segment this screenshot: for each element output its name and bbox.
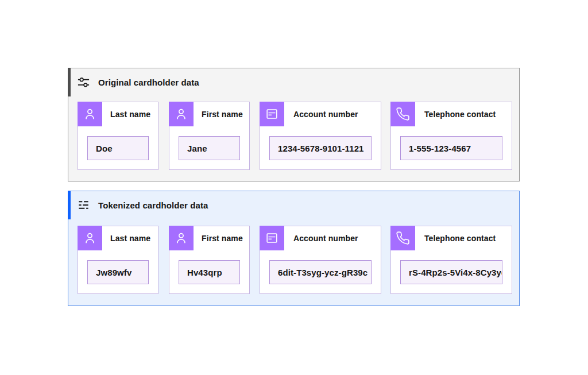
icon-badge: [390, 226, 415, 250]
card-account-number: Account number 1234-5678-9101-1121: [260, 102, 381, 170]
icon-badge: [390, 102, 415, 126]
settings-adjust-icon: [77, 76, 90, 89]
field-value: rS-4Rp2s-5Vi4x-8Cy3yq: [409, 268, 502, 277]
card-last-name: Last name Jw89wfv: [78, 226, 158, 294]
tokenized-lines-icon: [77, 199, 90, 212]
card-first-name: First name Jane: [169, 102, 250, 170]
field-label: Telephone contact: [424, 102, 496, 126]
field-value: Hv43qrp: [187, 268, 222, 277]
tokenization-illustration: Original cardholder data Last name Doe: [0, 0, 588, 375]
account-card-icon: [265, 107, 279, 121]
card-last-name: Last name Doe: [78, 102, 158, 170]
field-label: Account number: [293, 226, 358, 250]
field-value-box: 1234-5678-9101-1121: [269, 136, 372, 160]
field-value-box: Jane: [179, 136, 240, 160]
field-value: 1234-5678-9101-1121: [278, 144, 364, 153]
field-value-box: 6dit-T3syg-ycz-gR39c: [269, 260, 372, 284]
icon-badge: [78, 102, 102, 126]
panel-header: Tokenized cardholder data: [68, 191, 208, 219]
person-icon: [174, 107, 188, 121]
field-label: Telephone contact: [424, 226, 496, 250]
field-label: First name: [202, 102, 243, 126]
field-value: Jw89wfv: [96, 268, 131, 277]
field-value-box: rS-4Rp2s-5Vi4x-8Cy3yq: [400, 260, 502, 284]
field-label: Account number: [293, 102, 358, 126]
panel-header: Original cardholder data: [68, 68, 199, 96]
icon-badge: [260, 102, 284, 126]
field-value-box: Jw89wfv: [87, 260, 149, 284]
icon-badge: [169, 102, 194, 126]
phone-icon: [396, 231, 410, 245]
card-first-name: First name Hv43qrp: [169, 226, 250, 294]
account-card-icon: [265, 231, 279, 245]
icon-badge: [260, 226, 284, 250]
panel-title: Original cardholder data: [98, 78, 199, 87]
field-value: 6dit-T3syg-ycz-gR39c: [278, 268, 368, 277]
field-value: Doe: [96, 144, 113, 153]
person-icon: [83, 231, 97, 245]
person-icon: [83, 107, 97, 121]
field-value-box: 1-555-123-4567: [400, 136, 502, 160]
phone-icon: [396, 107, 410, 121]
card-telephone-contact: Telephone contact rS-4Rp2s-5Vi4x-8Cy3yq: [390, 226, 512, 294]
panel-title: Tokenized cardholder data: [98, 200, 208, 210]
field-label: Last name: [110, 102, 150, 126]
card-telephone-contact: Telephone contact 1-555-123-4567: [390, 102, 512, 170]
icon-badge: [78, 226, 102, 250]
person-icon: [174, 231, 188, 245]
card-account-number: Account number 6dit-T3syg-ycz-gR39c: [260, 226, 381, 294]
field-value-box: Doe: [87, 136, 149, 160]
field-label: Last name: [110, 226, 150, 250]
field-label: First name: [202, 226, 243, 250]
tokenized-data-panel: Tokenized cardholder data Last name Jw89…: [68, 191, 520, 306]
icon-badge: [169, 226, 194, 250]
field-value-box: Hv43qrp: [179, 260, 240, 284]
field-value: Jane: [187, 144, 207, 153]
original-data-panel: Original cardholder data Last name Doe: [68, 68, 520, 181]
field-value: 1-555-123-4567: [409, 144, 471, 153]
